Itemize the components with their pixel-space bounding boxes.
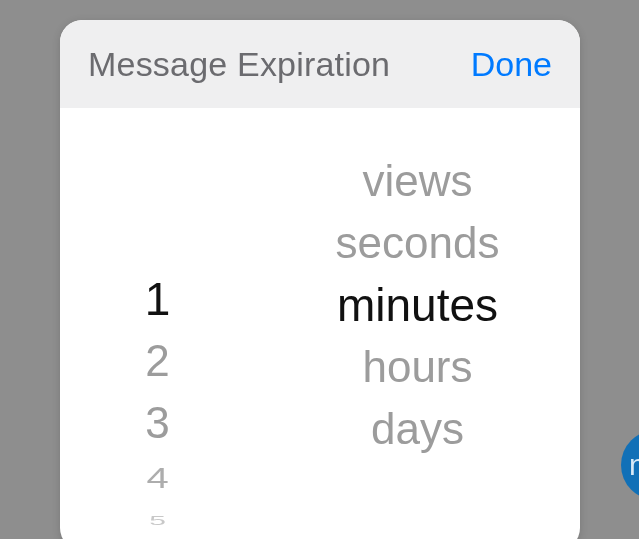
picker-item[interactable]: 2 xyxy=(145,330,169,392)
picker-item[interactable]: hours xyxy=(362,336,472,398)
picker-item[interactable]: 5 xyxy=(149,507,166,535)
picker-area: 1 2 3 4 5 views seconds minutes hours da… xyxy=(60,108,580,539)
done-button[interactable]: Done xyxy=(471,45,552,84)
floating-action-button[interactable]: n xyxy=(621,430,639,500)
picker-item[interactable]: 3 xyxy=(145,392,169,454)
sheet-title: Message Expiration xyxy=(88,45,390,84)
picker-column-unit[interactable]: views seconds minutes hours days xyxy=(255,108,580,539)
picker-item[interactable]: minutes xyxy=(337,274,498,336)
fab-partial-label: n xyxy=(629,448,639,482)
sheet-header: Message Expiration Done xyxy=(60,20,580,108)
picker-item[interactable]: 1 xyxy=(145,268,171,330)
picker-item[interactable]: seconds xyxy=(336,212,500,274)
picker-item[interactable]: views xyxy=(362,150,472,212)
picker-item[interactable]: 4 xyxy=(146,454,168,501)
picker-list-unit: views seconds minutes hours days xyxy=(255,150,580,460)
action-sheet: Message Expiration Done 1 2 3 4 5 views … xyxy=(60,20,580,539)
picker-item[interactable]: days xyxy=(371,398,464,460)
picker-list-number: 1 2 3 4 5 xyxy=(60,268,255,539)
picker-column-number[interactable]: 1 2 3 4 5 xyxy=(60,108,255,539)
